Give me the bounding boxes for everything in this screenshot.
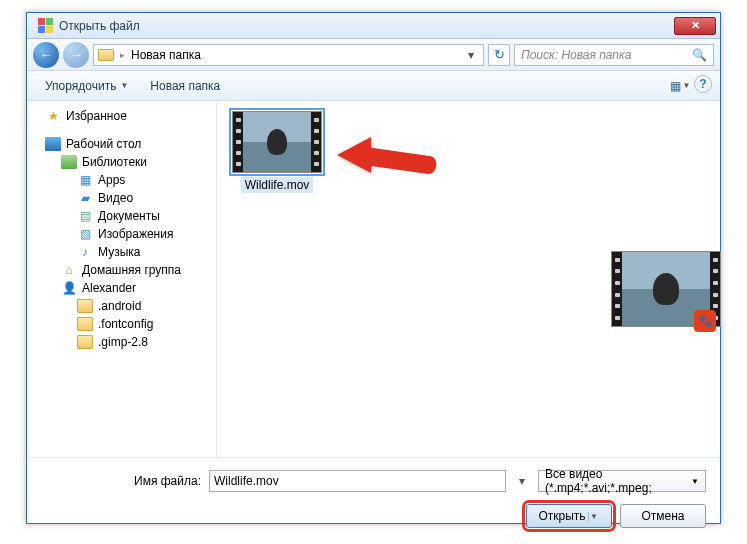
path-separator-icon: ▸	[120, 50, 125, 60]
tree-video[interactable]: ▰Видео	[27, 189, 216, 207]
file-item-wildlife[interactable]: Wildlife.mov	[227, 111, 327, 193]
image-icon: ▧	[77, 227, 93, 241]
cancel-button[interactable]: Отмена	[620, 504, 706, 528]
tree-documents[interactable]: ▤Документы	[27, 207, 216, 225]
tree-folder-android[interactable]: .android	[27, 297, 216, 315]
file-list[interactable]: Wildlife.mov 🐾	[217, 101, 720, 457]
open-button[interactable]: Открыть ▼	[526, 504, 612, 528]
tree-homegroup[interactable]: ⌂Домашняя группа	[27, 261, 216, 279]
search-icon: 🔍	[692, 48, 707, 62]
window-title: Открыть файл	[59, 19, 674, 33]
current-location: Новая папка	[131, 48, 201, 62]
document-icon: ▤	[77, 209, 93, 223]
dialog-footer: Имя файла: ▾ Все видео (*.mp4;*.avi;*.mp…	[27, 457, 720, 538]
file-name: Wildlife.mov	[241, 177, 314, 193]
star-icon: ★	[45, 109, 61, 123]
homegroup-icon: ⌂	[61, 263, 77, 277]
app-icon	[37, 18, 53, 34]
chevron-down-icon: ▼	[120, 81, 128, 90]
open-file-dialog: Открыть файл ✕ ← → ▸ Новая папка ▾ ↻ Пои…	[26, 12, 721, 524]
file-type-filter[interactable]: Все видео (*.mp4;*.avi;*.mpeg; ▼	[538, 470, 706, 492]
help-button[interactable]: ?	[694, 75, 712, 93]
app-badge-icon: 🐾	[694, 310, 716, 332]
tree-images[interactable]: ▧Изображения	[27, 225, 216, 243]
navigation-tree: ★Избранное Рабочий стол Библиотеки ▦Apps…	[27, 101, 217, 457]
user-icon: 👤	[61, 281, 77, 295]
search-placeholder: Поиск: Новая папка	[521, 48, 631, 62]
apps-icon: ▦	[77, 173, 93, 187]
dialog-body: ★Избранное Рабочий стол Библиотеки ▦Apps…	[27, 101, 720, 457]
tree-libraries[interactable]: Библиотеки	[27, 153, 216, 171]
new-folder-button[interactable]: Новая папка	[140, 75, 230, 97]
filename-dropdown-icon[interactable]: ▾	[514, 474, 530, 488]
open-split-icon[interactable]: ▼	[588, 512, 600, 521]
tree-favorites[interactable]: ★Избранное	[27, 107, 216, 125]
film-strip-icon	[311, 112, 321, 172]
folder-icon	[98, 49, 114, 61]
folder-icon	[77, 335, 93, 349]
tree-folder-gimp[interactable]: .gimp-2.8	[27, 333, 216, 351]
chevron-down-icon: ▼	[691, 477, 699, 486]
chevron-down-icon: ▼	[683, 81, 691, 90]
video-icon: ▰	[77, 191, 93, 205]
music-icon: ♪	[77, 245, 93, 259]
tree-folder-fontconfig[interactable]: .fontconfig	[27, 315, 216, 333]
libraries-icon	[61, 155, 77, 169]
toolbar: Упорядочить ▼ Новая папка ▦ ▼ ?	[27, 71, 720, 101]
tree-music[interactable]: ♪Музыка	[27, 243, 216, 261]
tree-desktop[interactable]: Рабочий стол	[27, 135, 216, 153]
forward-button[interactable]: →	[63, 42, 89, 68]
filename-label: Имя файла:	[41, 474, 201, 488]
video-thumbnail	[232, 111, 322, 173]
folder-icon	[77, 299, 93, 313]
view-mode-button[interactable]: ▦ ▼	[668, 75, 692, 97]
navigation-bar: ← → ▸ Новая папка ▾ ↻ Поиск: Новая папка…	[27, 39, 720, 71]
titlebar: Открыть файл ✕	[27, 13, 720, 39]
search-input[interactable]: Поиск: Новая папка 🔍	[514, 44, 714, 66]
address-dropdown-icon[interactable]: ▾	[463, 48, 479, 62]
organize-button[interactable]: Упорядочить ▼	[35, 75, 138, 97]
filename-input[interactable]	[209, 470, 506, 492]
folder-icon	[77, 317, 93, 331]
desktop-icon	[45, 137, 61, 151]
tree-user[interactable]: 👤Alexander	[27, 279, 216, 297]
back-button[interactable]: ←	[33, 42, 59, 68]
refresh-button[interactable]: ↻	[488, 44, 510, 66]
preview-thumbnail: 🐾	[611, 251, 721, 327]
film-strip-icon	[233, 112, 243, 172]
address-bar[interactable]: ▸ Новая папка ▾	[93, 44, 484, 66]
close-button[interactable]: ✕	[674, 17, 716, 35]
tree-apps[interactable]: ▦Apps	[27, 171, 216, 189]
